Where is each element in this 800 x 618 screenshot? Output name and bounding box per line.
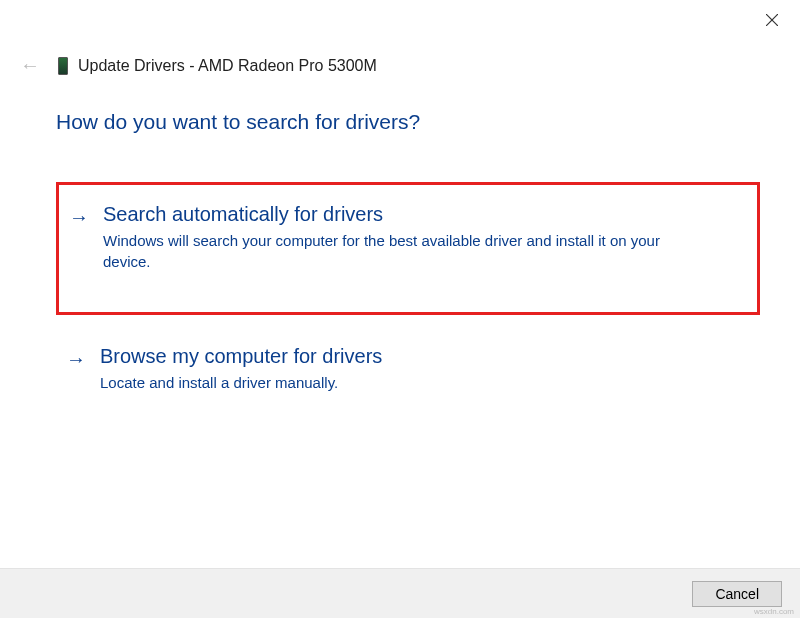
option-title: Browse my computer for drivers bbox=[100, 345, 748, 368]
arrow-right-icon: → bbox=[66, 347, 86, 371]
option-title: Search automatically for drivers bbox=[103, 203, 745, 226]
arrow-right-icon: → bbox=[69, 205, 89, 229]
watermark: wsxdn.com bbox=[754, 607, 794, 616]
device-icon bbox=[58, 57, 68, 75]
option-description: Locate and install a driver manually. bbox=[100, 372, 660, 393]
option-browse-computer[interactable]: → Browse my computer for drivers Locate … bbox=[56, 327, 760, 433]
title-wrap: Update Drivers - AMD Radeon Pro 5300M bbox=[58, 57, 377, 75]
page-heading: How do you want to search for drivers? bbox=[56, 110, 760, 134]
dialog-content: How do you want to search for drivers? →… bbox=[56, 110, 760, 445]
option-search-automatically[interactable]: → Search automatically for drivers Windo… bbox=[56, 182, 760, 315]
window-title: Update Drivers - AMD Radeon Pro 5300M bbox=[78, 57, 377, 75]
option-description: Windows will search your computer for th… bbox=[103, 230, 663, 272]
option-body: Browse my computer for drivers Locate an… bbox=[100, 345, 748, 393]
close-button[interactable] bbox=[758, 8, 786, 34]
dialog-footer: Cancel bbox=[0, 568, 800, 618]
dialog-header: ← Update Drivers - AMD Radeon Pro 5300M bbox=[20, 54, 377, 77]
cancel-button[interactable]: Cancel bbox=[692, 581, 782, 607]
option-body: Search automatically for drivers Windows… bbox=[103, 203, 745, 272]
back-arrow-icon: ← bbox=[20, 54, 40, 77]
